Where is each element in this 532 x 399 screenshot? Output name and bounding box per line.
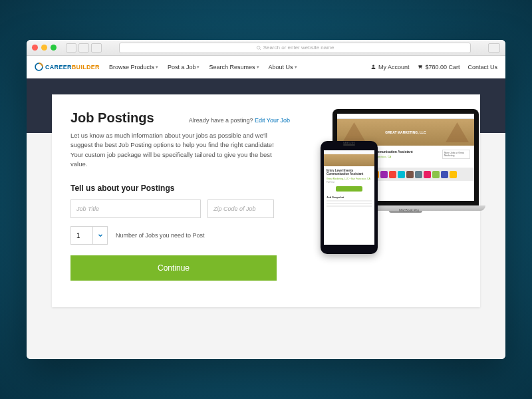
logo-text-b: BUILDER (72, 64, 100, 70)
nav-search-resumes[interactable]: Search Resumes ▾ (209, 64, 259, 70)
zip-code-input[interactable] (207, 200, 274, 218)
edit-job-link[interactable]: Edit Your Job (255, 117, 290, 124)
my-account-link[interactable]: My Account (370, 64, 410, 70)
logo[interactable]: CAREERBUILDER (35, 63, 100, 71)
phone-apply-button (336, 186, 362, 192)
svg-point-4 (419, 68, 420, 69)
svg-point-5 (422, 68, 422, 69)
lead-text: Let us know as much information about yo… (70, 131, 283, 169)
site-topnav: CAREERBUILDER Browse Products ▾ Post a J… (27, 56, 505, 78)
forward-button[interactable] (78, 43, 89, 53)
window-controls (32, 45, 57, 51)
device-mockups: GREAT MARKETING, LLC Entry Level Events … (306, 109, 485, 262)
logo-text-a: CAREER (45, 64, 72, 70)
svg-line-1 (259, 49, 261, 50)
close-window-icon[interactable] (32, 45, 38, 51)
num-jobs-select[interactable]: 1 (70, 226, 108, 245)
url-placeholder: Search or enter website name (263, 45, 334, 51)
form-heading: Tell us about your Postings (70, 184, 290, 193)
job-postings-card: Job Postings Already have a posting? Edi… (52, 94, 480, 307)
cart-link[interactable]: $780.00 Cart (417, 64, 460, 70)
svg-point-0 (257, 46, 260, 49)
back-button[interactable] (66, 43, 76, 53)
phone-mockup: SAMSUNG Entry Level Events Communication… (321, 141, 378, 254)
nav-right: My Account $780.00 Cart Contact Us (370, 64, 497, 70)
maximize-window-icon[interactable] (51, 45, 57, 51)
caret-down-icon: ▾ (156, 65, 158, 70)
browser-window: Search or enter website name CAREERBUILD… (27, 40, 505, 359)
phone-brand-label: SAMSUNG (343, 142, 356, 144)
nav-post-job[interactable]: Post a Job ▾ (168, 64, 200, 70)
cart-icon (417, 64, 423, 70)
page-title: Job Postings (70, 110, 154, 126)
site-side-box: More Jobs at Great Marketing (442, 150, 470, 159)
num-jobs-label: Number of Jobs you need to Post (116, 232, 205, 239)
caret-down-icon: ▾ (295, 65, 297, 70)
num-jobs-value: 1 (71, 232, 92, 239)
user-icon (370, 64, 376, 70)
search-icon (256, 45, 261, 51)
url-bar[interactable]: Search or enter website name (119, 43, 471, 53)
sidebar-button[interactable] (91, 43, 102, 53)
contact-link[interactable]: Contact Us (467, 64, 497, 70)
phone-job-title: Entry Level Events Communication Assista… (327, 169, 372, 176)
content-area: Job Postings Already have a posting? Edi… (27, 133, 505, 359)
svg-point-3 (372, 65, 374, 67)
caret-down-icon: ▾ (197, 65, 200, 70)
nav-about-us[interactable]: About Us ▾ (269, 64, 297, 70)
chevron-down-icon (92, 227, 107, 244)
browser-chrome: Search or enter website name (27, 40, 505, 56)
phone-snapshot: Job Snapshot (327, 196, 372, 199)
laptop-brand-label: MacBook Pro (399, 208, 419, 212)
reader-button[interactable] (488, 43, 500, 53)
continue-button[interactable]: Continue (70, 255, 277, 281)
form-column: Job Postings Already have a posting? Edi… (70, 110, 290, 287)
already-have-posting: Already have a posting? Edit Your Job (189, 117, 290, 124)
nav-browse-products[interactable]: Browse Products ▾ (109, 64, 158, 70)
nav-buttons (66, 43, 102, 53)
logo-icon (35, 63, 43, 71)
minimize-window-icon[interactable] (41, 45, 47, 51)
job-title-input[interactable] (70, 200, 201, 218)
nav-links: Browse Products ▾ Post a Job ▾ Search Re… (109, 64, 297, 70)
caret-down-icon: ▾ (257, 65, 259, 70)
